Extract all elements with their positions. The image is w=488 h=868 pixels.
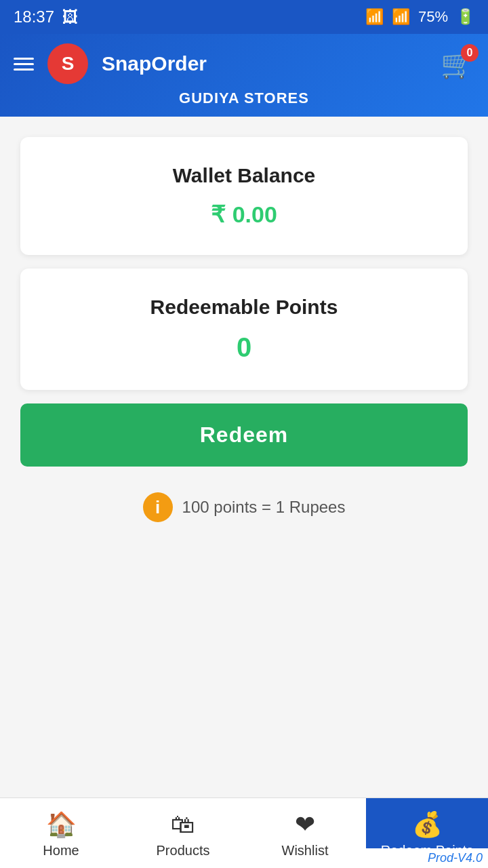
- products-icon: 🛍: [171, 810, 195, 839]
- redeemable-value: 0: [41, 332, 447, 363]
- wishlist-label: Wishlist: [282, 843, 329, 859]
- header-left: S SnapOrder: [14, 43, 207, 84]
- app-header: S SnapOrder 🛒 0 GUDIYA STORES: [0, 34, 488, 117]
- signal-icon: 📶: [392, 8, 410, 26]
- redeem-points-icon: 💰: [412, 810, 443, 839]
- app-logo: S: [47, 43, 88, 84]
- nav-item-products[interactable]: 🛍 Products: [122, 798, 244, 868]
- home-label: Home: [43, 843, 79, 859]
- info-text: 100 points = 1 Rupees: [182, 498, 346, 517]
- info-row: i 100 points = 1 Rupees: [20, 486, 468, 529]
- wallet-balance-card: Wallet Balance ₹ 0.00: [20, 137, 468, 255]
- redeemable-points-card: Redeemable Points 0: [20, 269, 468, 390]
- hamburger-menu[interactable]: [14, 58, 34, 71]
- main-content: Wallet Balance ₹ 0.00 Redeemable Points …: [0, 117, 488, 727]
- status-bar: 18:37 🖼 📶 📶 75% 🔋: [0, 0, 488, 34]
- version-label: Prod-V4.0: [366, 848, 488, 868]
- nav-item-home[interactable]: 🏠 Home: [0, 798, 122, 868]
- battery-icon: 🔋: [456, 8, 474, 26]
- time: 18:37: [14, 7, 54, 26]
- redeemable-title: Redeemable Points: [41, 296, 447, 319]
- battery-level: 75%: [418, 8, 448, 26]
- home-icon: 🏠: [46, 810, 77, 839]
- store-name: GUDIYA STORES: [14, 90, 474, 111]
- products-label: Products: [157, 843, 210, 859]
- redeem-button[interactable]: Redeem: [20, 403, 468, 467]
- status-right: 📶 📶 75% 🔋: [365, 8, 474, 26]
- cart-badge: 0: [461, 44, 479, 62]
- info-icon: i: [143, 492, 173, 522]
- cart-button[interactable]: 🛒 0: [441, 48, 474, 80]
- wishlist-icon: ❤: [295, 810, 315, 839]
- status-left: 18:37 🖼: [14, 7, 79, 26]
- nav-item-wishlist[interactable]: ❤ Wishlist: [244, 798, 366, 868]
- header-top: S SnapOrder 🛒 0: [14, 43, 474, 84]
- app-name: SnapOrder: [102, 52, 207, 75]
- gallery-icon: 🖼: [62, 7, 79, 26]
- wallet-value: ₹ 0.00: [41, 201, 447, 228]
- wifi-icon: 📶: [365, 8, 384, 26]
- wallet-title: Wallet Balance: [41, 164, 447, 187]
